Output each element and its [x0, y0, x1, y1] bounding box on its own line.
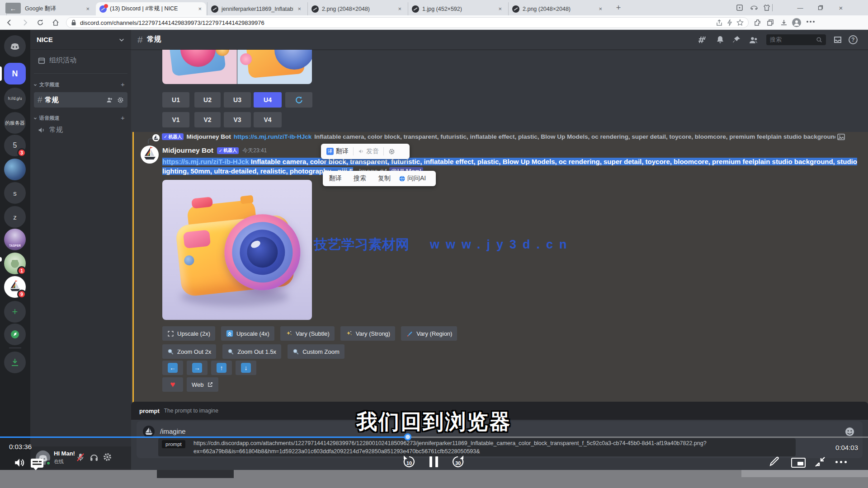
menu-translate[interactable]: 翻译	[329, 174, 342, 183]
vary-region-button[interactable]: Vary (Region)	[401, 326, 457, 341]
favorite-star-icon[interactable]	[736, 19, 744, 26]
upscale-2x-button[interactable]: Upscale (2x)	[162, 326, 215, 341]
notifications-bell-icon[interactable]	[715, 34, 726, 45]
menu-copy[interactable]: 复制	[378, 174, 391, 183]
add-server-button[interactable]: +	[4, 301, 26, 323]
text-channels-section[interactable]: 文字频道	[33, 81, 60, 88]
workspaces-icon[interactable]	[758, 0, 776, 15]
prompt-link[interactable]: https://s.mj.run/ziT-ib-HJck	[162, 158, 249, 165]
mini-speak-button[interactable]: 发音	[366, 147, 379, 155]
button-v3[interactable]: V3	[224, 112, 251, 127]
forward-30-button[interactable]: 30	[450, 455, 466, 469]
tab-close-icon[interactable]: ×	[598, 5, 603, 12]
exit-fullscreen-icon[interactable]	[814, 455, 826, 468]
rewind-10-button[interactable]: 10	[401, 455, 417, 469]
mini-translate-button[interactable]: 翻译	[336, 147, 349, 155]
collections-icon[interactable]	[767, 19, 774, 26]
restore-button[interactable]	[811, 0, 830, 15]
channel-settings-gear-icon[interactable]	[117, 97, 124, 103]
deafen-headphones-icon[interactable]	[89, 452, 99, 462]
picture-in-picture-icon[interactable]	[791, 458, 806, 468]
pan-left-button[interactable]: ←	[162, 361, 183, 375]
discord-home-button[interactable]	[4, 35, 26, 57]
mini-settings-gear-icon[interactable]	[388, 148, 395, 155]
button-reroll[interactable]	[285, 92, 312, 108]
tab-close-icon[interactable]: ×	[297, 5, 302, 12]
server-header[interactable]: NICE	[30, 30, 131, 50]
message-author[interactable]: Midjourney Bot	[162, 146, 213, 155]
tab-close-icon[interactable]: ×	[497, 5, 503, 12]
new-tab-button[interactable]: +	[609, 0, 627, 15]
home-icon[interactable]	[52, 19, 60, 27]
tab-image-2[interactable]: 2.png (2048×2048) ×	[307, 2, 406, 15]
button-u2[interactable]: U2	[194, 92, 221, 108]
upscaled-image[interactable]	[162, 180, 312, 320]
search-input[interactable]: 搜索	[766, 34, 826, 45]
tab-close-icon[interactable]: ×	[397, 5, 402, 12]
tab-close-icon[interactable]: ×	[197, 5, 203, 12]
inbox-icon[interactable]	[832, 34, 843, 45]
button-u3[interactable]: U3	[224, 92, 251, 108]
button-v2[interactable]: V2	[194, 112, 221, 127]
extensions-icon[interactable]	[754, 19, 761, 26]
mic-muted-icon[interactable]	[75, 452, 85, 462]
reply-avatar[interactable]	[152, 134, 160, 141]
web-button[interactable]: Web	[187, 377, 218, 392]
server-s[interactable]: s	[4, 182, 26, 204]
tab-close-icon[interactable]: ×	[85, 5, 90, 12]
back-icon[interactable]	[5, 19, 14, 27]
server-photo-avatar[interactable]	[4, 159, 26, 180]
grid-image-partial[interactable]	[162, 50, 312, 84]
threads-icon[interactable]	[697, 34, 708, 45]
channel-changgui-text[interactable]: # 常规	[34, 92, 127, 108]
member-list-icon[interactable]	[748, 34, 759, 45]
pan-up-button[interactable]: ↑	[211, 361, 232, 375]
button-v1[interactable]: V1	[162, 112, 189, 127]
user-settings-gear-icon[interactable]	[103, 452, 112, 462]
draw-pencil-icon[interactable]	[768, 455, 780, 468]
download-apps-button[interactable]	[4, 352, 26, 373]
server-n[interactable]: N	[4, 63, 26, 84]
reply-link[interactable]: https://s.mj.run/ziT-ib-HJck	[234, 133, 312, 140]
pan-right-button[interactable]: →	[187, 361, 208, 375]
minimize-button[interactable]: —	[791, 0, 809, 15]
more-options-icon[interactable]	[835, 461, 847, 463]
browser-menu-icon[interactable]	[807, 21, 815, 23]
tab-image-3[interactable]: 1.jpg (452×592) ×	[408, 2, 506, 15]
pinned-messages-icon[interactable]	[731, 34, 742, 45]
reply-author[interactable]: Midjourney Bot	[186, 133, 231, 140]
command-text[interactable]: /imagine	[160, 427, 186, 435]
menu-search[interactable]: 搜索	[354, 174, 366, 183]
tab-discord[interactable]: (13) Discord | #常规 | NICE ×	[96, 2, 206, 15]
url-field[interactable]: discord.com/channels/1227971441429839973…	[66, 17, 749, 28]
menu-ask-ai[interactable]: 问问AI	[407, 174, 426, 183]
explore-servers-button[interactable]	[4, 324, 26, 345]
subtitles-icon[interactable]	[31, 459, 43, 468]
server-cn[interactable]: 的服务器	[4, 112, 26, 134]
button-u4[interactable]: U4	[254, 92, 282, 108]
volume-icon[interactable]	[14, 457, 25, 469]
emoji-picker-icon[interactable]	[844, 427, 855, 437]
zoom-out-2x-button[interactable]: Zoom Out 2x	[162, 344, 216, 359]
reply-line[interactable]: ✓机器人 Midjourney Bot https://s.mj.run/ziT…	[162, 133, 835, 140]
profile-avatar[interactable]	[792, 18, 801, 27]
message-avatar[interactable]	[141, 145, 159, 164]
close-window-button[interactable]: ×	[832, 0, 850, 15]
tab-image-1[interactable]: jenniferparker11869_Inflatable ×	[207, 2, 306, 15]
pause-button[interactable]	[429, 456, 438, 467]
prompt-option-box[interactable]: prompt https://cdn.discordapp.com/attach…	[158, 438, 796, 456]
tab-image-4[interactable]: 2.png (2048×2048) ×	[508, 2, 607, 15]
add-voice-channel-icon[interactable]: +	[121, 114, 125, 122]
channel-changgui-voice[interactable]: 常规	[38, 126, 63, 134]
forward-icon[interactable]	[21, 19, 29, 27]
add-text-channel-icon[interactable]: +	[121, 80, 125, 88]
pan-down-button[interactable]: ↓	[236, 361, 256, 375]
downloads-icon[interactable]	[780, 19, 788, 26]
lightning-icon[interactable]	[726, 19, 733, 26]
reload-icon[interactable]	[36, 19, 44, 27]
button-u1[interactable]: U1	[162, 92, 189, 108]
server-link[interactable]: h://d.g/u	[4, 88, 26, 109]
vary-strong-button[interactable]: Vary (Strong)	[340, 326, 395, 341]
button-v4[interactable]: V4	[254, 112, 282, 127]
help-icon[interactable]: ?	[849, 35, 858, 44]
